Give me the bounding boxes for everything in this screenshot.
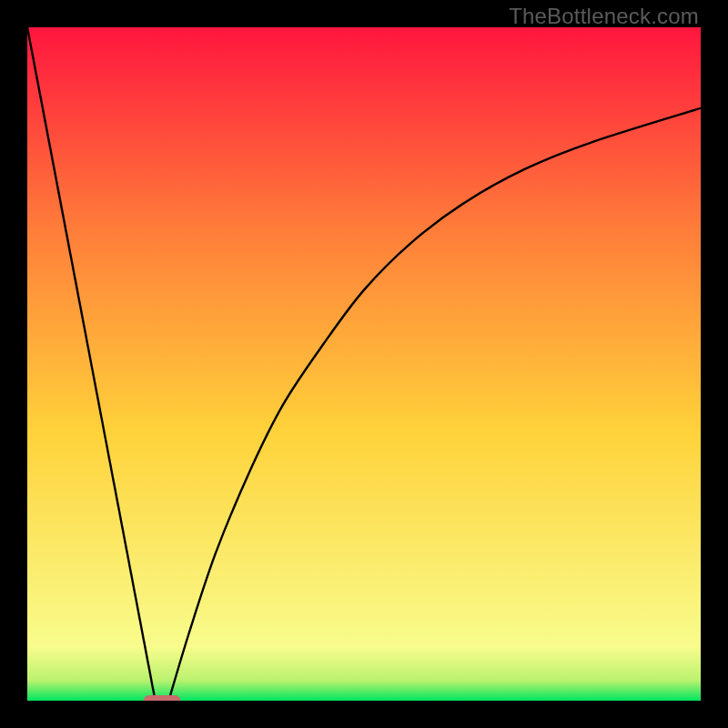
chart-svg (27, 27, 701, 701)
watermark-text: TheBottleneck.com (509, 4, 699, 29)
bottleneck-marker (144, 695, 181, 701)
chart-frame: TheBottleneck.com (0, 0, 728, 728)
gradient-background (27, 27, 701, 701)
plot-area (27, 27, 701, 701)
